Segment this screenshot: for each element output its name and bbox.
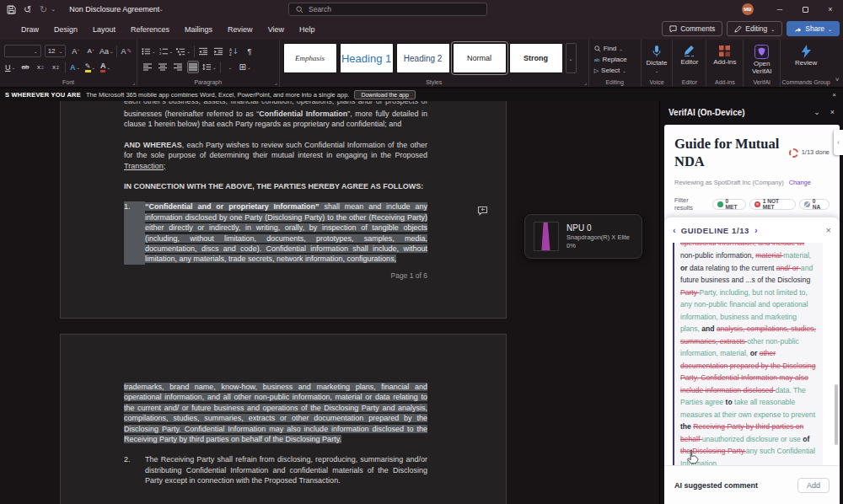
review-command-button[interactable]: Review [781,43,831,67]
save-icon[interactable] [7,5,16,14]
ribbon-tabs: Draw Design Layout References Mailings R… [0,22,323,37]
dictate-button[interactable]: Dictate ⌄ [642,43,673,75]
justify-button[interactable] [187,61,199,73]
share-button[interactable]: Share⌄ [787,21,840,36]
paragraph: businesses (hereinafter referred to as “… [124,109,427,130]
styles-gallery-more-button[interactable]: ⌄ [566,43,577,73]
minimize-button[interactable]: ─ [767,0,792,19]
style-emphasis[interactable]: Emphasis [283,43,337,73]
highlight-color-button[interactable]: ✎⌄ [84,61,96,73]
close-button[interactable]: × [818,0,843,19]
superscript-button[interactable]: x2 [50,61,62,73]
style-heading2[interactable]: Heading 2 [396,43,450,73]
comments-button[interactable]: Comments [662,21,722,36]
change-case-button[interactable]: Aa⌄ [99,45,113,57]
document-page-2[interactable]: trademarks, brand name, know-how, busine… [61,335,506,504]
styles-group: Emphasis Heading 1 Heading 2 Normal Stro… [280,40,589,87]
progress-spinner-icon [789,148,798,158]
replace-button[interactable]: ab Replace [589,54,641,65]
guideline-next-icon[interactable]: › [754,225,758,235]
verifai-group: Open VerifAI VerifAI [744,40,781,87]
style-normal[interactable]: Normal [453,43,507,73]
svg-text:Z: Z [229,51,232,55]
font-color-button[interactable]: A⌄ [99,61,111,73]
grow-font-button[interactable]: Aˆ [69,45,81,57]
sort-button[interactable]: AZ [228,45,240,57]
filter-met-badge[interactable]: 0 MET [712,199,746,210]
change-link[interactable]: Change [789,179,811,186]
tab-layout[interactable]: Layout [85,22,123,37]
tab-review[interactable]: Review [220,22,260,37]
style-strong[interactable]: Strong [509,43,563,73]
find-button[interactable]: Find⌄ [589,43,641,54]
paragraph-dialog-launcher[interactable]: ⌟ [275,79,277,85]
maximize-button[interactable] [792,0,818,19]
strikethrough-button[interactable]: ab [19,61,31,73]
tab-design[interactable]: Design [46,22,85,37]
underline-button[interactable]: U⌄ [4,61,16,73]
align-left-button[interactable] [142,61,153,73]
panel-scrollbar[interactable] [835,384,838,445]
document-title[interactable]: Non Disclosure Agreement ⌄ [69,5,164,13]
tab-references[interactable]: References [123,22,177,37]
tab-draw[interactable]: Draw [13,22,46,37]
multilevel-list-button[interactable]: ⌄ [176,45,191,57]
guideline-prev-icon[interactable]: ‹ [673,225,676,235]
document-canvas[interactable]: each other's business, assets, financial… [0,101,659,504]
borders-button[interactable]: ⊞⌄ [239,61,251,73]
editing-mode-button[interactable]: Editing⌄ [727,21,782,36]
bullets-button[interactable]: ⌄ [142,45,156,57]
increase-indent-button[interactable] [213,45,225,57]
tab-mailings[interactable]: Mailings [177,22,220,37]
align-right-button[interactable] [172,61,184,73]
panel-collapse-tab[interactable]: ‹ [834,130,843,155]
tab-view[interactable]: View [260,22,292,37]
comment-marker-icon[interactable] [477,204,488,219]
word-window: ↺⌄ ↻ ⌄ Non Disclosure Agreement ⌄ Search… [0,0,843,504]
shrink-font-button[interactable]: Aˇ [84,45,96,57]
lightning-icon [801,45,812,58]
shading-button[interactable]: ⌄ [224,61,236,73]
collapse-ribbon-button[interactable]: ˅ [831,40,843,87]
filter-not-met-badge[interactable]: ×1 NOT MET [749,199,796,210]
undo-button[interactable]: ↺⌄ [24,4,32,15]
editing-chevron-icon: ⌄ [771,26,775,32]
text-effects-button[interactable]: A⌄ [69,61,81,73]
open-verifai-button[interactable]: Open VerifAI [744,43,780,75]
search-input[interactable]: Search [288,3,487,16]
addins-button[interactable]: Add-ins [706,43,743,66]
numbering-button[interactable]: 12⌄ [159,45,174,57]
align-center-button[interactable] [157,61,169,73]
decrease-indent-button[interactable] [198,45,210,57]
customize-qat-icon[interactable]: ⌄ [51,6,56,13]
editor-button[interactable]: Editor [673,43,706,66]
pencil-icon [734,25,742,33]
font-dialog-launcher[interactable]: ⌟ [132,79,135,85]
banner-close-icon[interactable]: × [832,91,836,99]
clear-formatting-button[interactable]: A✎ [121,45,132,57]
subscript-button[interactable]: x2 [35,61,46,73]
paragraph-marks-button[interactable]: ¶ [244,45,255,57]
tab-help[interactable]: Help [292,22,323,37]
share-chevron-icon: ⌄ [828,26,832,32]
avatar[interactable]: MB [742,3,754,15]
editor-icon [683,45,695,57]
select-button[interactable]: ▷ Select⌄ [589,65,641,76]
npu-usage-bar [534,223,558,250]
add-comment-button[interactable]: Add [797,478,830,493]
style-heading1[interactable]: Heading 1 [340,43,394,73]
mouse-cursor [686,449,699,468]
document-page-1[interactable]: each other's business, assets, financial… [61,101,506,318]
font-name-combo[interactable]: ⌄ [4,45,41,57]
line-spacing-button[interactable]: ⌄ [202,61,217,73]
panel-chevron-down-icon[interactable]: ⌄ [813,108,820,116]
styles-dialog-launcher[interactable]: ⌟ [584,79,587,85]
redo-button[interactable]: ↻ [40,4,47,15]
tabrow-right-buttons: Comments Editing⌄ Share⌄ [662,21,840,36]
guideline-close-icon[interactable]: × [826,225,831,235]
font-size-combo[interactable]: 12⌄ [45,45,67,57]
filter-na-badge[interactable]: 0 NA [799,199,830,210]
download-app-button[interactable]: Download the app [354,90,415,99]
panel-close-icon[interactable]: × [830,108,835,116]
svg-text:2: 2 [159,51,162,56]
